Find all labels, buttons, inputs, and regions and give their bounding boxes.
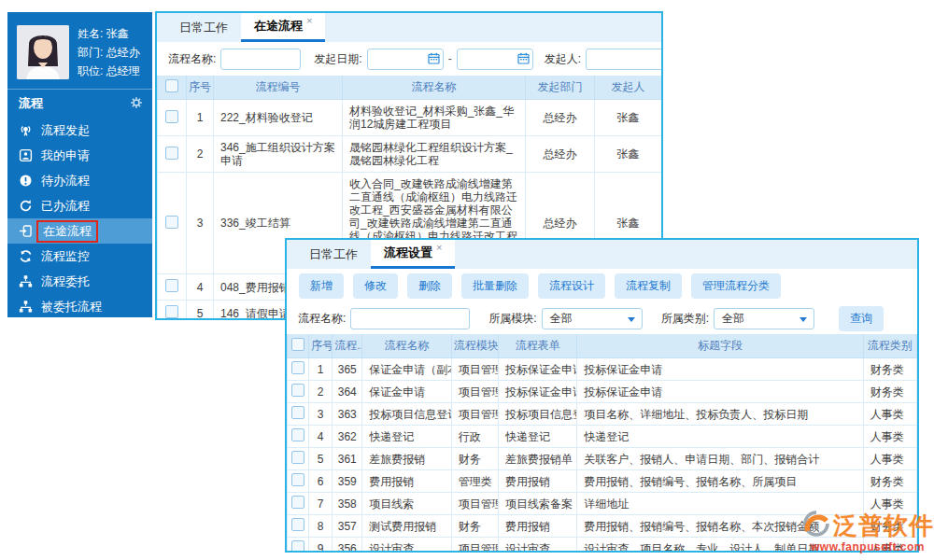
- tab-label: 在途流程: [254, 18, 303, 35]
- profile-dept: 部门: 总经办: [78, 46, 140, 59]
- cell-name: 投标项目信息登记: [362, 403, 451, 426]
- module-select[interactable]: 全部: [542, 308, 643, 329]
- cell-name: 设计审查: [362, 538, 451, 553]
- batch-delete-button[interactable]: 批量删除: [461, 273, 529, 299]
- row-checkbox[interactable]: [291, 428, 304, 441]
- sitemap-icon: [19, 300, 33, 314]
- col-code: 流程编号: [214, 76, 343, 100]
- category-select[interactable]: 全部: [714, 308, 814, 329]
- sidebar-item-delegated-flows[interactable]: 被委托流程: [7, 294, 152, 317]
- row-checkbox[interactable]: [165, 147, 178, 160]
- initiator-input[interactable]: [586, 49, 663, 70]
- table-row[interactable]: 2 346_施工组织设计方案申请 晟铭园林绿化工程组织设计方案_晟铭园林绿化工程…: [158, 136, 662, 173]
- tab-in-transit-flow[interactable]: 在途流程 ×: [241, 13, 325, 42]
- col-category: 流程类别: [863, 334, 916, 358]
- sidebar-item-flow-monitor[interactable]: 流程监控: [7, 244, 152, 269]
- calendar-icon[interactable]: [428, 52, 440, 67]
- module-select-value: 全部: [550, 311, 573, 327]
- sidebar-item-label: 在途流程: [43, 224, 92, 238]
- sidebar-item-done-flows[interactable]: 已办流程: [7, 193, 152, 218]
- flow-settings-window: 日常工作 流程设置 × 新增 修改 删除 批量删除 流程设计 流程复制 管理流程…: [285, 238, 919, 553]
- table-row[interactable]: 6 359 费用报销 管理类 费用报销 费用报销、报销编号、报销名称、所属项目 …: [288, 470, 917, 493]
- calendar-icon[interactable]: [517, 52, 530, 67]
- edit-button[interactable]: 修改: [353, 273, 398, 299]
- cell-code: 356: [333, 538, 362, 553]
- table-row[interactable]: 3 363 投标项目信息登记 项目管理 投标项目信息登记 项目名称、详细地址、投…: [288, 403, 917, 426]
- manage-flow-category-button[interactable]: 管理流程分类: [691, 273, 781, 299]
- col-title-field: 标题字段: [577, 334, 863, 358]
- start-date-to-field[interactable]: [457, 49, 533, 70]
- cell-form: 项目线索备案: [498, 493, 576, 515]
- flow-design-button[interactable]: 流程设计: [538, 273, 605, 299]
- chevron-down-icon: [628, 317, 635, 322]
- cell-no: 5: [309, 448, 333, 470]
- select-all-checkbox[interactable]: [291, 338, 304, 351]
- table-row[interactable]: 2 364 保证金申请 项目管理 投标保证金申请 投标保证金申请 财务类: [288, 381, 917, 403]
- delete-button[interactable]: 删除: [407, 273, 452, 299]
- row-checkbox[interactable]: [291, 473, 304, 486]
- cell-module: 项目管理: [451, 403, 498, 426]
- cell-code: 361: [333, 448, 362, 470]
- row-checkbox[interactable]: [165, 279, 178, 292]
- cell-code: 363: [333, 403, 362, 426]
- row-checkbox[interactable]: [165, 110, 178, 123]
- col-module: 流程模块: [451, 334, 498, 358]
- select-all-checkbox[interactable]: [165, 79, 178, 92]
- initiator-label: 发起人:: [545, 51, 581, 67]
- cell-module: 项目管理: [451, 538, 498, 553]
- row-checkbox[interactable]: [291, 451, 304, 464]
- cell-title-field: 项目名称、详细地址、投标负责人、投标日期: [577, 403, 863, 426]
- cell-code: 222_材料验收登记: [214, 100, 343, 136]
- cell-code: 357: [333, 515, 362, 538]
- row-checkbox[interactable]: [291, 361, 304, 374]
- cell-module: 财务: [451, 448, 498, 470]
- row-checkbox[interactable]: [165, 305, 178, 318]
- sidebar-item-label: 我的申请: [41, 147, 90, 164]
- flow-copy-button[interactable]: 流程复制: [615, 273, 682, 299]
- row-checkbox[interactable]: [291, 518, 304, 531]
- close-tab-icon[interactable]: ×: [306, 15, 312, 26]
- sidebar-item-flow-start[interactable]: 流程发起: [7, 118, 152, 143]
- table-row[interactable]: 4 362 快递登记 行政 快递登记 快递登记 人事类: [288, 426, 917, 448]
- sidebar-item-pending-flows[interactable]: 待办流程: [7, 168, 152, 193]
- cell-form: 费用报销: [498, 515, 576, 538]
- row-checkbox[interactable]: [291, 384, 304, 397]
- tab-flow-settings[interactable]: 流程设置 ×: [371, 240, 455, 269]
- gear-icon[interactable]: [130, 96, 143, 112]
- redo-arrow-icon: [19, 199, 33, 213]
- table-row[interactable]: 1 365 保证金申请（副本） 项目管理 投标保证金申请 投标保证金申请 财务类: [288, 358, 917, 381]
- cell-no: 4: [309, 426, 333, 448]
- cell-person: 张鑫: [595, 100, 662, 136]
- cell-name: 差旅费报销: [362, 448, 451, 470]
- tab-daily-work[interactable]: 日常工作: [296, 240, 371, 269]
- flow-name-input[interactable]: [220, 49, 301, 70]
- cell-code: 346_施工组织设计方案申请: [214, 136, 343, 173]
- search-button[interactable]: 查询: [839, 306, 884, 331]
- user-avatar: [17, 25, 69, 79]
- close-tab-icon[interactable]: ×: [436, 242, 442, 253]
- table-header-row: 序号 流程... 流程名称 流程模块 流程表单 标题字段 流程类别: [288, 334, 917, 358]
- sidebar-item-in-transit-flows[interactable]: 在途流程: [7, 218, 152, 244]
- tab-daily-work[interactable]: 日常工作: [166, 13, 241, 42]
- row-checkbox[interactable]: [291, 406, 304, 419]
- brand-url: www.fanpusoft.com: [811, 540, 925, 553]
- cell-no: 6: [309, 470, 333, 493]
- flow-name-input[interactable]: [350, 308, 470, 329]
- cell-name: 费用报销: [362, 470, 451, 493]
- exclamation-circle-icon: [19, 174, 33, 188]
- fanpu-logo-icon: [801, 509, 831, 542]
- row-checkbox[interactable]: [291, 540, 304, 553]
- cell-no: 5: [187, 301, 214, 321]
- row-checkbox[interactable]: [165, 216, 178, 229]
- cell-form: 设计审查: [498, 538, 576, 553]
- cell-code: 365: [333, 358, 362, 381]
- sidebar-item-my-applications[interactable]: 我的申请: [7, 143, 152, 168]
- add-button[interactable]: 新增: [299, 273, 344, 299]
- start-date-from-field[interactable]: [367, 49, 444, 70]
- row-checkbox[interactable]: [291, 496, 304, 509]
- table-row[interactable]: 5 361 差旅费报销 财务 差旅费报销单 关联客户、报销人、申请日期、部门、报…: [288, 448, 917, 470]
- table-row[interactable]: 1 222_材料验收登记 材料验收登记_材料采购_张鑫_华润12城房建工程项目 …: [158, 100, 662, 136]
- module-label: 所属模块:: [488, 311, 536, 327]
- sidebar-item-flow-delegate[interactable]: 流程委托: [7, 269, 152, 294]
- cell-no: 3: [187, 173, 214, 274]
